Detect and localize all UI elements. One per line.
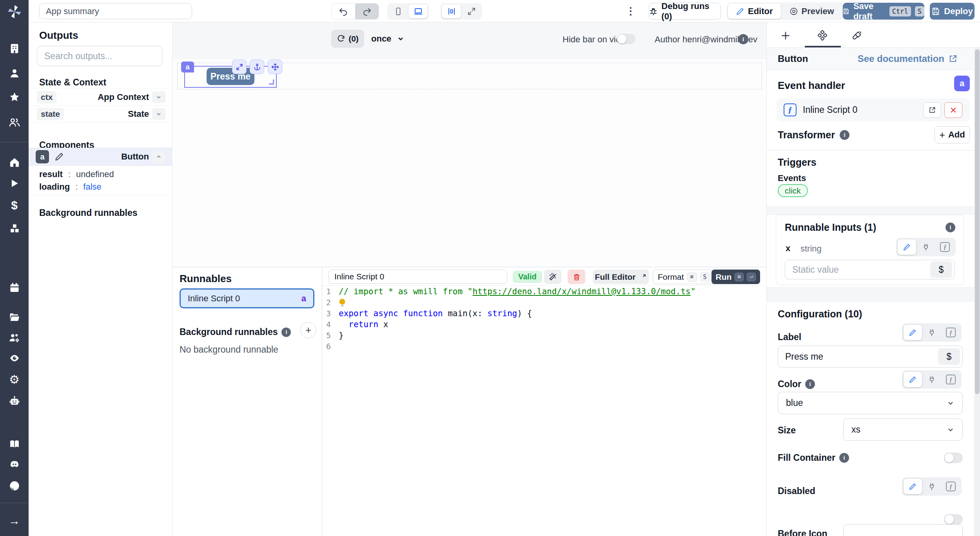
static-mode-button[interactable] xyxy=(904,325,922,340)
format-button[interactable]: Format ⌘ S xyxy=(653,270,715,284)
event-handler-script-card[interactable]: ƒ Inline Script 0 xyxy=(777,98,969,121)
static-mode-button[interactable] xyxy=(904,479,922,494)
kbd-s: S xyxy=(915,6,924,16)
connect-mode-button[interactable] xyxy=(923,325,941,340)
more-menu-button[interactable]: ⋮ xyxy=(625,4,636,18)
debug-runs-button[interactable]: Debug runs (0) xyxy=(649,3,721,20)
github-icon[interactable] xyxy=(8,480,21,492)
code-editor[interactable]: 1// import * as wmill from "https://deno… xyxy=(322,286,766,536)
label-value-input[interactable]: Press me $ xyxy=(778,346,963,368)
robot-icon[interactable] xyxy=(8,395,21,407)
info-icon[interactable]: i xyxy=(839,453,849,463)
tab-insert-component[interactable] xyxy=(778,28,793,43)
eye-icon[interactable] xyxy=(8,352,21,364)
info-icon[interactable]: i xyxy=(738,34,748,44)
cubes-icon[interactable] xyxy=(8,222,21,235)
book-open-icon[interactable] xyxy=(8,438,21,450)
disabled-toggle[interactable] xyxy=(944,514,963,525)
play-icon[interactable] xyxy=(8,177,21,190)
info-icon[interactable]: i xyxy=(840,130,849,140)
refresh-all-button[interactable]: (0) xyxy=(331,30,364,48)
output-row-ctx[interactable]: ctx App Context xyxy=(29,88,172,105)
info-icon[interactable]: i xyxy=(805,379,815,389)
size-select[interactable]: xs xyxy=(843,418,963,441)
background-runnables-header: Background runnables i xyxy=(180,327,291,337)
star-icon[interactable] xyxy=(8,91,21,103)
see-documentation-link[interactable]: See documentation xyxy=(858,53,958,64)
remove-script-button[interactable] xyxy=(944,102,962,118)
pencil-icon[interactable] xyxy=(54,152,64,161)
windmill-logo-icon[interactable] xyxy=(6,3,23,20)
connect-mode-button[interactable] xyxy=(923,372,941,387)
refresh-mode-dropdown[interactable]: once xyxy=(371,30,405,48)
add-transformer-button[interactable]: + Add xyxy=(935,126,970,143)
output-row-state[interactable]: state State xyxy=(29,105,172,123)
tab-component-settings[interactable] xyxy=(815,28,830,43)
run-button[interactable]: Run ⌘ ⏎ xyxy=(711,270,760,284)
script-name-input[interactable] xyxy=(328,270,507,284)
tab-preview[interactable]: Preview xyxy=(782,4,842,19)
arrow-right-icon[interactable]: → xyxy=(8,514,21,527)
mobile-view-button[interactable] xyxy=(388,4,408,18)
calendar-icon[interactable] xyxy=(8,281,21,294)
save-draft-button[interactable]: Save draft Ctrl S xyxy=(843,3,924,20)
building-icon[interactable] xyxy=(8,42,21,55)
input-type: string xyxy=(800,244,822,254)
component-row-a[interactable]: a Button xyxy=(29,148,172,166)
press-me-button[interactable]: Press me xyxy=(207,68,254,85)
before-icon-select[interactable] xyxy=(843,524,963,536)
delete-script-button[interactable] xyxy=(568,270,585,284)
dollar-insert-button[interactable]: $ xyxy=(930,261,952,278)
chevron-down-icon[interactable] xyxy=(152,91,165,103)
open-script-button[interactable] xyxy=(923,102,941,118)
full-editor-button[interactable]: Full Editor xyxy=(593,270,649,284)
deploy-button[interactable]: Deploy xyxy=(930,3,975,20)
eval-mode-button[interactable]: ƒ xyxy=(942,325,960,340)
full-width-button[interactable] xyxy=(462,4,481,18)
tab-editor[interactable]: Editor xyxy=(728,4,781,19)
home-icon[interactable] xyxy=(8,156,21,168)
runnable-item-inline-script-0[interactable]: Inline Script 0 a xyxy=(180,288,314,308)
scrollbar-thumb[interactable] xyxy=(975,49,980,394)
info-icon[interactable]: i xyxy=(281,328,291,337)
connect-mode-button[interactable] xyxy=(917,239,935,255)
eval-mode-button[interactable]: ƒ xyxy=(942,479,960,494)
add-background-runnable-button[interactable]: + xyxy=(300,322,316,338)
ai-assistant-button[interactable] xyxy=(544,270,561,284)
resize-handle[interactable] xyxy=(269,80,274,85)
dollar-icon[interactable]: $ xyxy=(8,199,21,212)
color-select[interactable]: blue xyxy=(778,392,963,414)
app-canvas[interactable]: (0) once Hide bar on view Author henri@w… xyxy=(172,22,766,267)
chevron-up-icon[interactable] xyxy=(152,151,165,163)
expand-handle-button[interactable] xyxy=(232,60,247,74)
eval-mode-button[interactable]: ƒ xyxy=(942,372,960,387)
folder-open-icon[interactable] xyxy=(8,311,21,323)
chevron-down-icon[interactable] xyxy=(152,108,165,120)
center-layout-button[interactable] xyxy=(442,4,461,18)
search-outputs-input[interactable] xyxy=(37,46,162,66)
desktop-view-button[interactable] xyxy=(408,4,428,18)
user-icon[interactable] xyxy=(8,67,21,80)
static-mode-button[interactable] xyxy=(904,372,922,387)
gear-icon[interactable]: ⚙ xyxy=(8,373,21,386)
eval-mode-button[interactable]: ƒ xyxy=(936,239,954,255)
users-gear-icon[interactable] xyxy=(8,331,21,344)
lightbulb-hint-icon[interactable] xyxy=(339,298,346,308)
app-summary-input[interactable] xyxy=(39,3,192,19)
users-icon[interactable] xyxy=(8,116,21,129)
connect-mode-button[interactable] xyxy=(923,479,941,494)
info-icon[interactable]: i xyxy=(946,223,955,232)
redo-button[interactable] xyxy=(355,4,379,19)
hide-bar-toggle[interactable] xyxy=(617,34,635,44)
component-tag-a[interactable]: a xyxy=(181,62,194,72)
move-handle-button[interactable] xyxy=(268,60,282,74)
tab-styling[interactable] xyxy=(849,28,865,43)
undo-button[interactable] xyxy=(332,4,355,19)
anchor-handle-button[interactable] xyxy=(250,60,264,74)
top-toolbar: ⋮ Debug runs (0) Editor Preview Save dra… xyxy=(29,0,980,22)
dollar-insert-button[interactable]: $ xyxy=(938,348,960,365)
discord-icon[interactable] xyxy=(8,458,21,471)
static-mode-button[interactable] xyxy=(898,239,916,255)
fill-container-toggle[interactable] xyxy=(944,453,963,463)
static-value-input[interactable]: Static value $ xyxy=(785,260,955,279)
